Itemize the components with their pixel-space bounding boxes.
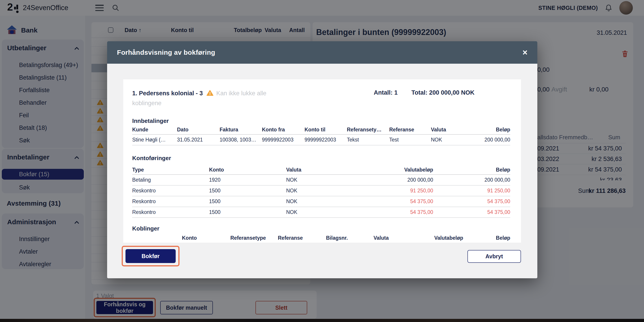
total-label: Total: 200 000,00 NOK xyxy=(412,89,474,96)
koblinger-table: Konto Referansetype Referanse Bilagsnr. … xyxy=(132,234,510,243)
app-screen: 2 24SevenOffice STINE HØGLI (DEMO) Bank xyxy=(0,0,644,322)
table-row: Reskontro 1500 NOK 91 250,00 91 250,00 xyxy=(132,185,510,196)
section-title-kontoforinger: Kontoføringer xyxy=(132,155,171,162)
modal-header: Forhåndsvisning av bokføring × xyxy=(107,41,537,64)
preview-posting-modal: Forhåndsvisning av bokføring × 1. Peders… xyxy=(107,41,537,278)
modal-content-card: 1. Pedersens kolonial - 3Kan ikke lukke … xyxy=(123,79,521,243)
kontoforinger-table: Type Konto Valuta Valutabeløp Beløp Beta… xyxy=(132,165,510,218)
section-title-koblinger: Koblinger xyxy=(132,225,159,232)
close-icon[interactable]: × xyxy=(522,48,528,57)
table-row: Stine Høgli (… 31.05.2021 100308, 1003… … xyxy=(132,134,510,145)
warning-icon xyxy=(206,90,214,99)
group-name: 1. Pedersens kolonial - 3 xyxy=(132,90,203,97)
modal-title: Forhåndsvisning av bokføring xyxy=(117,49,215,56)
table-row: Reskontro 1500 NOK 54 375,00 54 375,00 xyxy=(132,207,510,217)
table-row: Reskontro 1500 NOK 54 375,00 54 375,00 xyxy=(132,196,510,207)
table-row: Betaling 1920 NOK 200 000,00 200 000,00 xyxy=(132,174,510,185)
cancel-button[interactable]: Avbryt xyxy=(468,250,521,263)
section-title-innbetalinger: Innbetalinger xyxy=(132,118,169,124)
count-label: Antall: 1 xyxy=(374,89,398,96)
confirm-post-button[interactable]: Bokfør xyxy=(126,249,176,263)
highlight-ring: Bokfør xyxy=(122,246,180,266)
innbetalinger-table: Kunde Dato Faktura Konto fra Konto til R… xyxy=(132,125,510,145)
